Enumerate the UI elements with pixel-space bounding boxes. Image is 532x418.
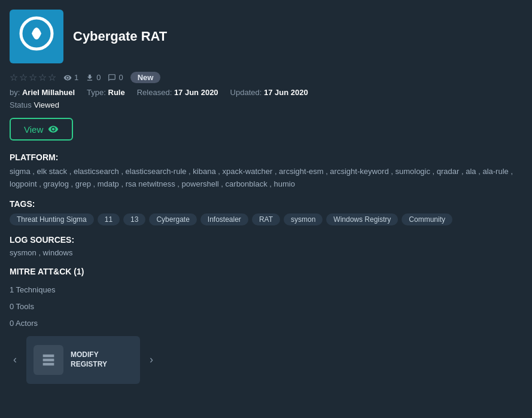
stats-row: ☆ ☆ ☆ ☆ ☆ 1 0 0 New bbox=[10, 72, 522, 83]
comments-stat: 0 bbox=[108, 73, 123, 82]
registry-icon bbox=[40, 352, 57, 368]
status-value: Viewed bbox=[34, 100, 59, 109]
mitre-card: MODIFY REGISTRY bbox=[26, 336, 140, 384]
star-rating: ☆ ☆ ☆ ☆ ☆ bbox=[10, 72, 56, 83]
view-icon bbox=[48, 124, 59, 135]
tag-item[interactable]: 13 bbox=[123, 213, 145, 225]
download-icon bbox=[86, 74, 94, 82]
platform-text: sigma , elk stack , elasticsearch , elas… bbox=[10, 166, 522, 191]
mitre-title: MITRE ATT&CK (1) bbox=[10, 267, 522, 276]
comment-icon bbox=[108, 74, 116, 82]
page-title: Cybergate RAT bbox=[73, 29, 167, 44]
tag-item[interactable]: Threat Hunting Sigma bbox=[10, 213, 94, 225]
actors-count: 0 Actors bbox=[10, 316, 522, 331]
log-sources-text: sysmon , windows bbox=[10, 248, 522, 257]
new-badge: New bbox=[130, 72, 161, 83]
tag-item[interactable]: Cybergate bbox=[149, 213, 196, 225]
updated-value: 17 Jun 2020 bbox=[264, 88, 308, 97]
star-3[interactable]: ☆ bbox=[29, 72, 37, 83]
views-stat: 1 bbox=[63, 73, 78, 82]
carousel-prev-button[interactable]: ‹ bbox=[10, 350, 20, 370]
view-button[interactable]: View bbox=[10, 118, 73, 141]
updated-info: Updated: 17 Jun 2020 bbox=[230, 88, 308, 97]
downloads-count: 0 bbox=[96, 73, 101, 82]
author-value: Ariel Millahuel bbox=[22, 88, 75, 97]
released-value: 17 Jun 2020 bbox=[174, 88, 218, 97]
tag-item[interactable]: RAT bbox=[252, 213, 280, 225]
info-row: by: Ariel Millahuel Type: Rule Released:… bbox=[10, 88, 522, 97]
tag-item[interactable]: sysmon bbox=[284, 213, 323, 225]
title-wrapper: Cybergate RAT bbox=[73, 29, 167, 44]
tags-container: Threat Hunting Sigma1113CybergateInfoste… bbox=[10, 213, 522, 225]
tag-item[interactable]: Windows Registry bbox=[326, 213, 398, 225]
header-section: Cybergate RAT bbox=[10, 10, 522, 63]
techniques-count: 1 Techniques bbox=[10, 282, 522, 298]
status-row: Status Viewed bbox=[10, 100, 522, 109]
star-4[interactable]: ☆ bbox=[38, 72, 47, 83]
star-1[interactable]: ☆ bbox=[10, 72, 18, 83]
tags-label: TAGS: bbox=[10, 199, 522, 209]
mitre-card-label: MODIFY REGISTRY bbox=[71, 350, 133, 369]
tag-item[interactable]: Community bbox=[402, 213, 452, 225]
star-5[interactable]: ☆ bbox=[48, 72, 56, 83]
platform-label: PLATFORM: bbox=[10, 152, 522, 162]
eye-icon bbox=[63, 74, 72, 82]
log-sources-label: LOG SOURCES: bbox=[10, 235, 522, 245]
logo-icon bbox=[19, 16, 54, 58]
mitre-card-icon bbox=[34, 345, 63, 375]
tag-item[interactable]: Infostealer bbox=[200, 213, 248, 225]
tools-count: 0 Tools bbox=[10, 299, 522, 315]
type-info: Type: Rule bbox=[87, 88, 125, 97]
comments-count: 0 bbox=[118, 73, 123, 82]
by-label: by: Ariel Millahuel bbox=[10, 88, 75, 97]
view-button-label: View bbox=[24, 124, 43, 135]
mitre-stats: 1 Techniques 0 Tools 0 Actors bbox=[10, 282, 522, 331]
mitre-carousel: ‹ MODIFY REGISTRY › bbox=[10, 336, 522, 384]
views-count: 1 bbox=[74, 73, 78, 82]
logo-box bbox=[10, 10, 63, 63]
released-info: Released: 17 Jun 2020 bbox=[137, 88, 218, 97]
tag-item[interactable]: 11 bbox=[98, 213, 120, 225]
type-value: Rule bbox=[108, 88, 125, 97]
carousel-next-button[interactable]: › bbox=[146, 350, 157, 370]
downloads-stat: 0 bbox=[86, 73, 101, 82]
mitre-section: MITRE ATT&CK (1) 1 Techniques 0 Tools 0 … bbox=[10, 267, 522, 384]
star-2[interactable]: ☆ bbox=[19, 72, 28, 83]
